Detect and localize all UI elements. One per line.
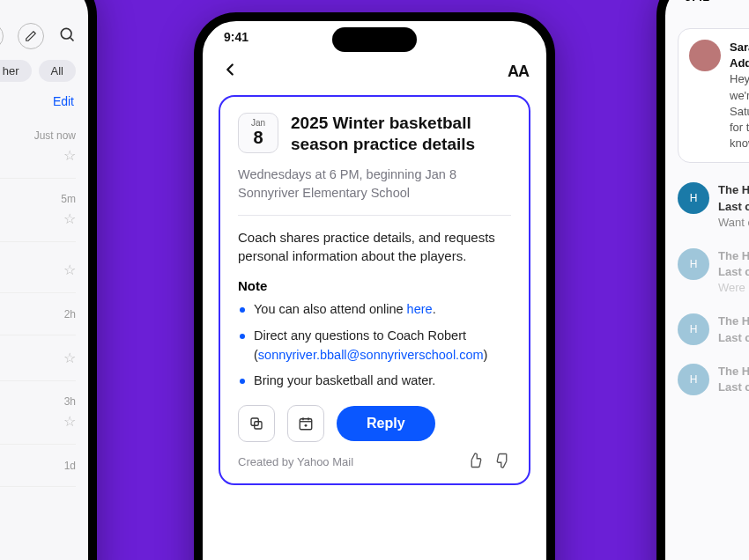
avatar: H <box>678 248 709 280</box>
search-icon[interactable] <box>58 26 76 47</box>
card-subtitle: Wednesdays at 6 PM, beginning Jan 8 Sonn… <box>238 166 511 203</box>
card-title: 2025 Winter basketball season practice d… <box>291 113 511 155</box>
preview: Want c <box>718 215 749 231</box>
svg-point-0 <box>61 28 71 39</box>
sender-name: The Hu <box>718 182 749 198</box>
list-item[interactable]: for your 3h☆ <box>0 381 76 445</box>
list-item[interactable]: and I sa… ☆ <box>0 335 76 381</box>
left-toolbar <box>0 18 88 55</box>
left-phone-partial: her All Edit Just now☆ 5m☆ I to… ☆ lease… <box>0 0 97 560</box>
note-item: You can also attend online here. <box>238 300 511 320</box>
chip[interactable]: All <box>39 60 76 82</box>
subject: Last cha <box>718 199 749 215</box>
card-preview: Hey. Ju we're st Saturda for this know. <box>730 71 749 151</box>
featured-card[interactable]: Sarah C Adding … Hey. Ju we're st Saturd… <box>678 28 749 163</box>
back-icon[interactable] <box>220 60 240 83</box>
note-item: Direct any questions to Coach Robert (so… <box>238 327 511 365</box>
chip[interactable]: her <box>0 60 32 82</box>
star-icon[interactable]: ☆ <box>63 262 76 278</box>
calendar-add-icon[interactable] <box>287 405 324 442</box>
sender-name: Sarah C <box>730 40 749 55</box>
status-bar <box>0 0 88 18</box>
summary-card: Jan 8 2025 Winter basketball season prac… <box>219 95 530 485</box>
status-time: 9:41 <box>224 30 248 44</box>
card-subject: Adding … <box>730 55 749 71</box>
divider <box>238 215 511 216</box>
star-icon[interactable]: ☆ <box>63 413 76 430</box>
star-icon[interactable]: ☆ <box>63 147 76 164</box>
edit-icon[interactable] <box>18 23 44 49</box>
card-summary: Coach shares practice details, and reque… <box>238 228 511 267</box>
list-item[interactable]: H The Hu Last ch <box>665 305 749 354</box>
message-topbar: AA <box>203 56 546 95</box>
right-phone-partial: 9:41 Sarah C Adding … Hey. Ju we're st S… <box>656 0 749 560</box>
thumbs-down-icon[interactable] <box>495 453 511 471</box>
created-by-label: Created by Yahoo Mail <box>238 455 353 468</box>
avatar: H <box>678 313 709 345</box>
list-item[interactable]: ture Date 1d <box>0 445 76 487</box>
compose-icon[interactable] <box>0 23 4 49</box>
avatar: H <box>678 182 709 214</box>
list-item[interactable]: H The Hu Last cha Want c <box>665 173 749 239</box>
thumbs-up-icon[interactable] <box>467 453 483 471</box>
link-here[interactable]: here <box>407 302 433 316</box>
link-email[interactable]: sonnyriver.bball@sonnyriverschool.com <box>258 348 484 362</box>
list-item[interactable]: I to… ☆ <box>0 242 76 293</box>
date-day: 8 <box>253 128 263 147</box>
edit-link[interactable]: Edit <box>0 87 88 115</box>
list-item[interactable]: H The Hu Last ch Were cr <box>665 239 749 306</box>
card-actions: Reply <box>238 405 511 442</box>
avatar: H <box>678 364 709 395</box>
avatar <box>689 40 721 71</box>
left-filter-chips: her All <box>0 55 88 87</box>
star-icon[interactable]: ☆ <box>63 210 76 227</box>
note-list: You can also attend online here. Direct … <box>238 300 511 391</box>
copy-icon[interactable] <box>238 405 275 442</box>
date-badge: Jan 8 <box>238 113 278 153</box>
status-time: 9:41 <box>685 0 709 4</box>
list-item[interactable]: 5m☆ <box>0 179 76 242</box>
star-icon[interactable]: ☆ <box>63 350 76 366</box>
reply-button[interactable]: Reply <box>337 406 435 441</box>
text-size-icon[interactable]: AA <box>508 63 529 81</box>
status-bar: 9:41 <box>203 21 546 56</box>
list-item[interactable]: H The Hu Last ch <box>665 355 749 404</box>
list-item[interactable]: Just now☆ <box>0 115 76 179</box>
date-month: Jan <box>251 119 265 128</box>
dynamic-island <box>332 27 417 52</box>
list-item[interactable]: lease 2h <box>0 293 76 335</box>
center-phone: 9:41 AA Jan 8 2025 Winter basketball sea… <box>194 12 555 560</box>
note-item: Bring your basketball and water. <box>238 372 511 391</box>
note-heading: Note <box>238 278 511 293</box>
